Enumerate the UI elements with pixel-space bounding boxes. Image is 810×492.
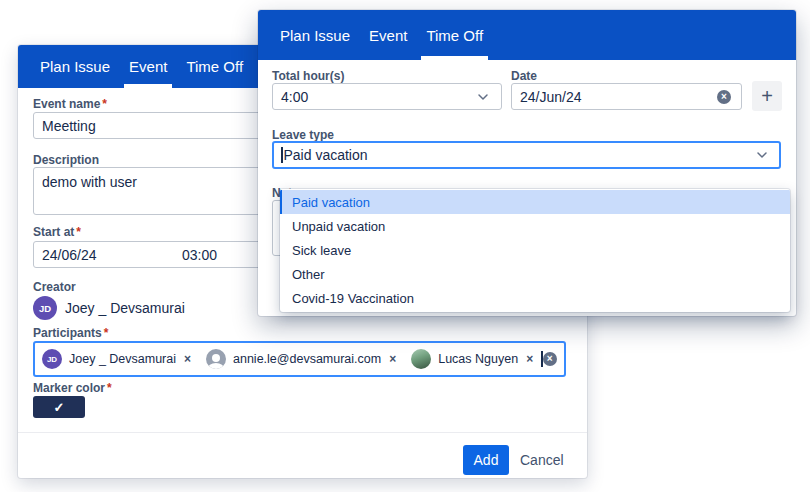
plus-icon: +	[761, 86, 773, 106]
participant-chip: Lucas Nguyen ×	[411, 349, 533, 369]
start-at-label-text: Start at	[33, 225, 74, 239]
participants-multiselect[interactable]: JD Joey _ Devsamurai × annie.le@devsamur…	[33, 341, 566, 377]
time-off-dialog: Plan Issue Event Time Off Total hour(s) …	[258, 10, 796, 316]
text-cursor	[281, 147, 283, 163]
date-input[interactable]: 24/Jun/24 ×	[511, 83, 742, 110]
creator-avatar: JD	[33, 296, 57, 320]
chevron-down-icon[interactable]	[754, 147, 770, 163]
add-button[interactable]: Add	[463, 445, 509, 475]
clear-participants-icon[interactable]: ×	[543, 352, 557, 366]
participant-name: Lucas Nguyen	[438, 352, 518, 366]
participants-controls: ×	[543, 351, 566, 367]
chevron-down-icon[interactable]	[475, 89, 491, 105]
date-value: 24/Jun/24	[520, 89, 582, 105]
tab-plan-issue[interactable]: Plan Issue	[38, 45, 112, 88]
leave-type-label: Leave type	[272, 128, 334, 142]
anonymous-avatar-icon	[206, 349, 226, 369]
checkmark-icon: ✓	[54, 400, 65, 415]
dropdown-option-other[interactable]: Other	[280, 263, 790, 287]
participant-chip: JD Joey _ Devsamurai ×	[42, 349, 191, 369]
participant-photo-avatar	[411, 349, 431, 369]
participant-name: Joey _ Devsamurai	[69, 352, 176, 366]
leave-type-dropdown-menu: Paid vacation Unpaid vacation Sick leave…	[280, 189, 790, 312]
cancel-button[interactable]: Cancel	[520, 445, 564, 475]
footer-divider	[18, 432, 587, 433]
start-date-value: 24/06/24	[42, 247, 182, 263]
required-marker: *	[76, 225, 81, 239]
tab-time-off[interactable]: Time Off	[184, 45, 245, 88]
creator-row: JD Joey _ Devsamurai	[33, 296, 185, 320]
time-off-dialog-tab-bar: Plan Issue Event Time Off	[258, 10, 796, 60]
date-controls: ×	[717, 90, 733, 104]
dropdown-option-unpaid-vacation[interactable]: Unpaid vacation	[280, 214, 790, 238]
required-marker: *	[107, 381, 112, 395]
marker-color-label-text: Marker color	[33, 381, 105, 395]
description-value: demo with user	[42, 174, 137, 190]
leave-type-value: Paid vacation	[284, 147, 368, 163]
avatar-head-shape	[212, 354, 220, 362]
total-hours-label: Total hour(s)	[272, 69, 344, 83]
participant-avatar: JD	[42, 349, 62, 369]
description-label: Description	[33, 153, 99, 167]
participant-chip: annie.le@devsamurai.com ×	[206, 349, 396, 369]
participants-label-text: Participants	[33, 326, 102, 340]
avatar-body-shape	[207, 363, 224, 369]
tab-plan-issue[interactable]: Plan Issue	[278, 10, 352, 60]
dropdown-option-covid-vaccination[interactable]: Covid-19 Vaccination	[280, 287, 790, 311]
tab-time-off[interactable]: Time Off	[424, 10, 485, 60]
total-hours-select[interactable]: 4:00	[272, 83, 502, 110]
total-hours-controls	[475, 89, 493, 105]
marker-color-label: Marker color*	[33, 381, 112, 395]
participant-name: annie.le@devsamurai.com	[233, 352, 381, 366]
remove-participant-icon[interactable]: ×	[526, 352, 533, 366]
event-name-value: Meetting	[42, 118, 96, 134]
clear-date-icon[interactable]: ×	[717, 90, 731, 104]
participants-label: Participants*	[33, 326, 108, 340]
marker-color-swatch[interactable]: ✓	[33, 396, 85, 418]
total-hours-value: 4:00	[281, 89, 308, 105]
creator-name: Joey _ Devsamurai	[65, 300, 185, 316]
required-marker: *	[102, 97, 107, 111]
event-name-label: Event name*	[33, 97, 107, 111]
leave-type-controls	[754, 147, 772, 163]
required-marker: *	[104, 326, 109, 340]
date-label: Date	[511, 69, 537, 83]
remove-participant-icon[interactable]: ×	[184, 352, 191, 366]
start-at-label: Start at*	[33, 225, 81, 239]
start-time-value: 03:00	[182, 247, 217, 263]
remove-participant-icon[interactable]: ×	[389, 352, 396, 366]
dropdown-option-paid-vacation[interactable]: Paid vacation	[280, 190, 790, 214]
tab-event[interactable]: Event	[367, 10, 409, 60]
event-name-label-text: Event name	[33, 97, 100, 111]
app-canvas: Plan Issue Event Time Off Event name* Me…	[0, 0, 810, 492]
leave-type-select[interactable]: Paid vacation	[272, 141, 781, 169]
creator-label: Creator	[33, 280, 76, 294]
dropdown-option-sick-leave[interactable]: Sick leave	[280, 238, 790, 262]
tab-event[interactable]: Event	[127, 45, 169, 88]
add-row-button[interactable]: +	[752, 81, 782, 111]
